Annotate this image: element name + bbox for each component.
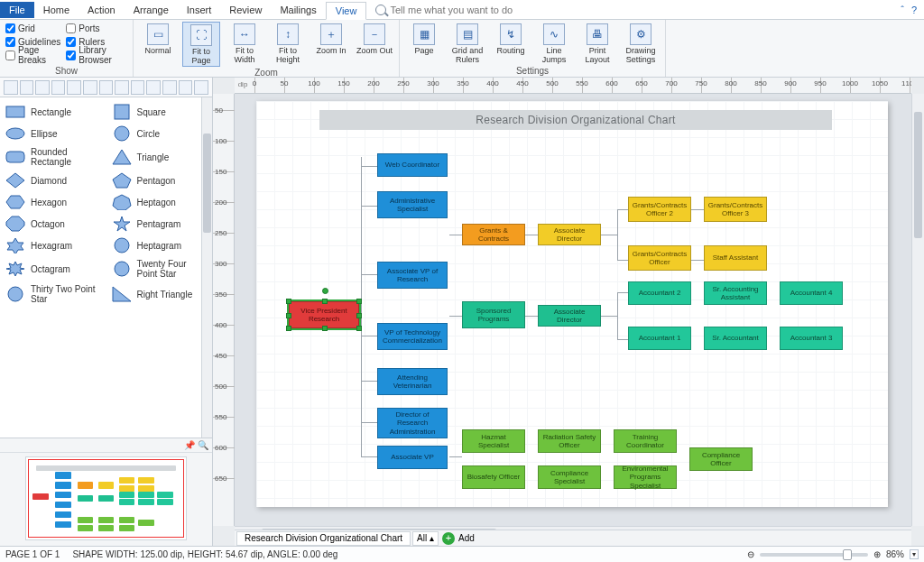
shape-item[interactable]: Rectangle bbox=[0, 101, 106, 123]
chk-grid[interactable]: Grid bbox=[5, 22, 60, 34]
node-gco2[interactable]: Grants/Contracts Officer 2 bbox=[628, 197, 691, 222]
node-hazmat-specialist[interactable]: Hazmat Specialist bbox=[462, 429, 525, 453]
shape-item[interactable]: Rounded Rectangle bbox=[0, 144, 106, 170]
tab-insert[interactable]: Insert bbox=[178, 2, 221, 18]
node-vp-tech-commercialization[interactable]: VP of Technology Commercialization bbox=[377, 323, 448, 350]
help-icon[interactable]: ? bbox=[911, 5, 917, 15]
node-associate-vp[interactable]: Associate VP bbox=[377, 446, 448, 469]
shape-item[interactable]: Circle bbox=[106, 123, 213, 144]
node-radiation-safety-officer[interactable]: Radiation Safety Officer bbox=[538, 429, 601, 453]
tab-file[interactable]: File bbox=[0, 2, 34, 18]
add-page-icon[interactable]: + bbox=[442, 532, 455, 545]
node-director-research-admin[interactable]: Director of Research Administration bbox=[377, 408, 448, 438]
tb-icon[interactable] bbox=[115, 80, 129, 95]
tb-icon[interactable] bbox=[51, 80, 66, 95]
tb-icon[interactable] bbox=[194, 80, 208, 95]
shape-item[interactable]: Heptagon bbox=[106, 191, 213, 213]
node-training-coordinator[interactable]: Training Coordinator bbox=[614, 429, 677, 453]
btn-drawing-settings[interactable]: ⚙Drawing Settings bbox=[622, 22, 660, 65]
node-gco3[interactable]: Grants/Contracts Officer 3 bbox=[704, 197, 767, 222]
all-tab[interactable]: All ▴ bbox=[412, 531, 439, 546]
node-attending-vet[interactable]: Attending Veterinarian bbox=[377, 368, 448, 395]
zoom-dropdown-icon[interactable]: ▾ bbox=[910, 549, 919, 559]
node-web-coordinator[interactable]: Web Coordinator bbox=[377, 153, 448, 177]
tell-me-search[interactable] bbox=[375, 5, 901, 15]
search-input[interactable] bbox=[390, 5, 588, 15]
mini-pin-icon[interactable]: 📌 bbox=[184, 440, 195, 450]
node-compliance-specialist[interactable]: Compliance Specialist bbox=[538, 465, 601, 489]
shape-item[interactable]: Hexagon bbox=[0, 191, 106, 213]
tb-icon[interactable] bbox=[35, 80, 50, 95]
shape-item[interactable]: Twenty Four Point Star bbox=[106, 256, 213, 281]
page-tab[interactable]: Research Division Organizational Chart bbox=[236, 531, 411, 546]
btn-fit-width[interactable]: ↔Fit to Width bbox=[226, 22, 263, 65]
shape-item[interactable]: Pentagon bbox=[106, 170, 213, 191]
tab-view[interactable]: View bbox=[326, 2, 367, 20]
collapse-ribbon-icon[interactable]: ˆ bbox=[901, 5, 904, 15]
tb-icon[interactable] bbox=[20, 80, 34, 95]
node-associate-director-gc[interactable]: Associate Director bbox=[538, 224, 601, 245]
tab-mailings[interactable]: Mailings bbox=[271, 2, 325, 18]
shape-item[interactable]: Octagon bbox=[0, 213, 106, 235]
shape-item[interactable]: Right Triangle bbox=[106, 281, 213, 307]
tb-icon[interactable] bbox=[146, 80, 161, 95]
shape-item[interactable]: Diamond bbox=[0, 170, 106, 191]
node-vp-research[interactable]: Vice President Research bbox=[289, 301, 359, 328]
mini-map[interactable]: 📌 🔍 bbox=[0, 438, 212, 546]
node-compliance-officer[interactable]: Compliance Officer bbox=[689, 447, 753, 471]
btn-zoom-out[interactable]: －Zoom Out bbox=[356, 22, 393, 56]
mini-search-icon[interactable]: 🔍 bbox=[198, 440, 208, 450]
btn-fit-height[interactable]: ↕Fit to Height bbox=[269, 22, 307, 65]
zoom-in-icon[interactable]: ⊕ bbox=[873, 549, 881, 559]
node-biosafety-officer[interactable]: Biosafety Officer bbox=[462, 465, 525, 489]
tab-review[interactable]: Review bbox=[220, 2, 271, 18]
zoom-out-icon[interactable]: ⊖ bbox=[747, 549, 754, 559]
node-accountant-3[interactable]: Accountant 3 bbox=[780, 327, 843, 350]
shape-item[interactable]: Ellipse bbox=[0, 123, 106, 144]
drawing-page[interactable]: Research Division Organizational Chart bbox=[256, 101, 888, 507]
btn-normal[interactable]: ▭Normal bbox=[139, 22, 177, 56]
node-staff-assistant[interactable]: Staff Assistant bbox=[704, 245, 767, 271]
node-accountant-1[interactable]: Accountant 1 bbox=[628, 327, 691, 350]
shape-item[interactable]: Square bbox=[106, 101, 213, 123]
btn-page-settings[interactable]: ▦Page bbox=[405, 22, 443, 56]
node-sr-accounting-assistant[interactable]: Sr. Accounting Assistant bbox=[704, 281, 767, 305]
node-grants-contracts[interactable]: Grants & Contracts bbox=[462, 224, 525, 245]
btn-print-layout[interactable]: 🖶Print Layout bbox=[578, 22, 616, 65]
tb-icon[interactable] bbox=[4, 80, 18, 95]
tb-icon[interactable] bbox=[67, 80, 81, 95]
node-sponsored-programs[interactable]: Sponsored Programs bbox=[462, 301, 525, 328]
shape-item[interactable]: Pentagram bbox=[106, 213, 213, 235]
chart-title[interactable]: Research Division Organizational Chart bbox=[319, 110, 832, 130]
node-environmental-programs[interactable]: Environmental Programs Specialist bbox=[614, 465, 677, 489]
tb-icon[interactable] bbox=[162, 80, 177, 95]
tb-icon[interactable] bbox=[99, 80, 114, 95]
node-admin-specialist[interactable]: Administrative Specialist bbox=[377, 191, 448, 218]
palette-scrollbar[interactable] bbox=[201, 97, 212, 438]
node-sr-accountant[interactable]: Sr. Accountant bbox=[704, 327, 767, 350]
add-label[interactable]: Add bbox=[458, 533, 475, 543]
chk-page-breaks[interactable]: Page Breaks bbox=[5, 49, 60, 61]
btn-zoom-in[interactable]: ＋Zoom In bbox=[312, 22, 350, 56]
shape-item[interactable]: Thirty Two Point Star bbox=[0, 281, 106, 307]
shape-palette[interactable]: Rectangle SquareEllipse CircleRounded Re… bbox=[0, 97, 212, 438]
zoom-slider[interactable] bbox=[760, 553, 868, 557]
node-gco[interactable]: Grants/Contracts Officer bbox=[628, 245, 691, 271]
node-accountant-2[interactable]: Accountant 2 bbox=[628, 281, 691, 305]
btn-routing[interactable]: ↯Routing bbox=[492, 22, 530, 56]
canvas-scrollbar-vertical[interactable] bbox=[911, 94, 924, 526]
tab-home[interactable]: Home bbox=[34, 2, 79, 18]
chk-ports[interactable]: Ports bbox=[66, 22, 127, 34]
shape-item[interactable]: Heptagram bbox=[106, 235, 213, 256]
shape-item[interactable]: Hexagram bbox=[0, 235, 106, 256]
canvas-viewport[interactable]: Research Division Organizational Chart bbox=[235, 94, 911, 526]
shape-item[interactable]: Octagram bbox=[0, 256, 106, 281]
tb-icon[interactable] bbox=[131, 80, 145, 95]
node-accountant-4[interactable]: Accountant 4 bbox=[780, 281, 843, 305]
node-associate-vp-research[interactable]: Associate VP of Research bbox=[377, 262, 448, 289]
btn-fit-page[interactable]: ⛶Fit to Page bbox=[182, 22, 220, 67]
tab-arrange[interactable]: Arrange bbox=[125, 2, 178, 18]
tb-icon[interactable] bbox=[179, 80, 193, 95]
node-associate-director-sp[interactable]: Associate Director bbox=[538, 305, 601, 327]
btn-grid-rulers[interactable]: ▤Grid and Rulers bbox=[448, 22, 486, 65]
